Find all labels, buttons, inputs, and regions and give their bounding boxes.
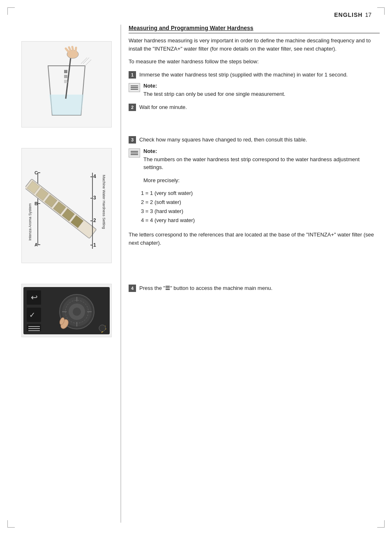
step-3-text: Check how many squares have changed to r…	[139, 136, 307, 144]
right-column: Measuring and Programming Water Hardness…	[129, 25, 380, 523]
corner-mark-tl	[7, 7, 15, 15]
svg-rect-3	[64, 80, 67, 83]
note-icon-line-2	[131, 87, 138, 88]
svg-text:C: C	[35, 170, 38, 175]
page-number: 17	[365, 12, 371, 18]
svg-line-5	[66, 49, 69, 52]
machine-svg: ↩ ✓	[23, 287, 110, 334]
step-2: 2 Wait for one minute.	[129, 103, 380, 111]
section-title: Measuring and Programming Water Hardness	[129, 25, 380, 33]
note-1-content: Note: The test strip can only be used fo…	[143, 83, 285, 98]
step-4-number: 4	[129, 285, 136, 292]
glass-svg	[30, 45, 104, 123]
note-2-content: Note: The numbers on the water hardness …	[143, 148, 380, 171]
svg-text:Machine Water Hardness Setting: Machine Water Hardness Setting	[102, 175, 106, 229]
step-4: 4 Press the "☰" button to access the mac…	[129, 284, 380, 292]
svg-text:↩: ↩	[31, 293, 38, 302]
intro-paragraph-1: Water hardness measuring is very importa…	[129, 37, 380, 53]
svg-text:B: B	[35, 201, 38, 206]
intro-paragraph-2: To measure the water hardness follow the…	[129, 58, 380, 66]
note-2-icon-line-3	[131, 154, 138, 155]
hardness-level-3: 3 = 3 (hard water)	[141, 207, 380, 216]
svg-point-57	[99, 325, 106, 331]
step-4-text: Press the "☰" button to access the machi…	[139, 284, 272, 292]
step-1-text: Immerse the water hardness test strip (s…	[139, 71, 348, 79]
strip-image-section: Intenza Aroma System Machine Water Hardn…	[12, 140, 120, 276]
note-2-icon-line-1	[131, 151, 138, 152]
svg-text:A: A	[35, 242, 38, 247]
note-2-title: Note:	[143, 148, 380, 154]
note-2-icon-line-2	[131, 153, 138, 153]
note-1-text: The test strip can only be used for one …	[143, 90, 285, 98]
page-layout: Intenza Aroma System Machine Water Hardn…	[12, 25, 380, 523]
language-label: ENGLISH	[334, 12, 362, 18]
machine-image-section: ↩ ✓	[12, 276, 120, 337]
filter-text: The letters correspond to the references…	[129, 231, 380, 247]
svg-text:2: 2	[93, 218, 96, 223]
note-1-icon	[129, 83, 140, 92]
step-1-number: 1	[129, 71, 136, 79]
note-2-text: The numbers on the water hardness test s…	[143, 155, 380, 171]
svg-line-8	[76, 48, 76, 51]
note-2-box: Note: The numbers on the water hardness …	[129, 148, 380, 171]
page-header: ENGLISH 17	[334, 12, 371, 18]
hardness-level-2: 2 = 2 (soft water)	[141, 198, 380, 207]
svg-point-51	[73, 308, 81, 316]
step-2-number: 2	[129, 104, 136, 111]
svg-text:Intenza Aroma System: Intenza Aroma System	[28, 203, 32, 241]
note-1-box: Note: The test strip can only be used fo…	[129, 83, 380, 98]
svg-text:1: 1	[93, 242, 96, 248]
note-icon-line-1	[131, 86, 138, 86]
strip-image: Intenza Aroma System Machine Water Hardn…	[21, 148, 112, 263]
svg-text:4: 4	[93, 174, 96, 179]
svg-line-6	[69, 47, 71, 51]
machine-image: ↩ ✓	[21, 284, 112, 337]
hardness-levels-list: 1 = 1 (very soft water) 2 = 2 (soft wate…	[141, 189, 380, 225]
step-3-number: 3	[129, 136, 136, 144]
svg-text:✓: ✓	[29, 311, 35, 319]
note-2-icon	[129, 148, 140, 157]
svg-line-7	[72, 47, 73, 51]
step-1: 1 Immerse the water hardness test strip …	[129, 71, 380, 79]
svg-text:3: 3	[93, 195, 96, 201]
note-icon-line-3	[131, 89, 138, 90]
step-3: 3 Check how many squares have changed to…	[129, 136, 380, 144]
hardness-level-1: 1 = 1 (very soft water)	[141, 189, 380, 198]
left-column: Intenza Aroma System Machine Water Hardn…	[12, 25, 121, 523]
glass-image-section	[12, 37, 120, 140]
step-2-text: Wait for one minute.	[139, 103, 187, 111]
glass-image	[21, 41, 112, 127]
svg-rect-1	[64, 70, 67, 73]
corner-mark-tr	[377, 7, 385, 15]
svg-rect-2	[64, 75, 67, 78]
note-1-title: Note:	[143, 83, 285, 89]
hardness-level-4: 4 = 4 (very hard water)	[141, 216, 380, 225]
more-precisely-label: More precisely:	[143, 176, 380, 185]
strip-svg: Intenza Aroma System Machine Water Hardn…	[25, 150, 108, 261]
